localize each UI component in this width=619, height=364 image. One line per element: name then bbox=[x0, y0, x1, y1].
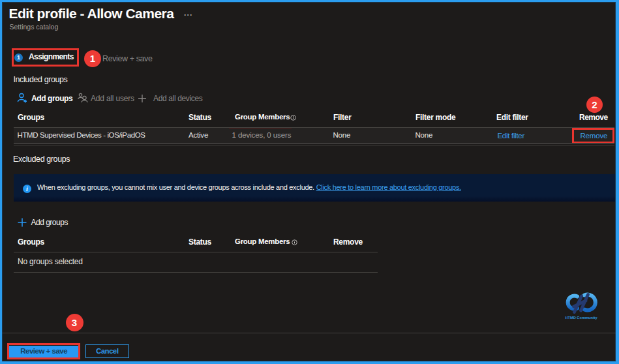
svg-text:HTMD Community: HTMD Community bbox=[565, 316, 597, 320]
